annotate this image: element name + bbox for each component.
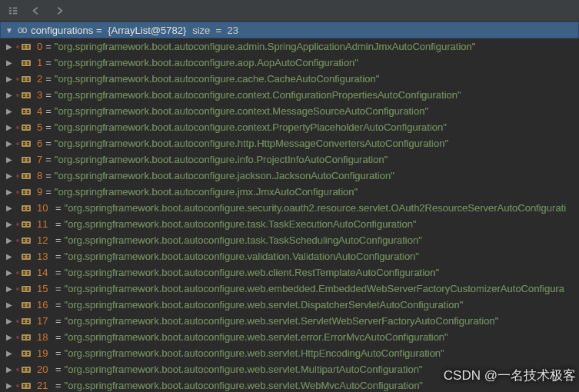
element-index: 11: [37, 218, 52, 230]
svg-rect-20: [27, 80, 29, 81]
svg-rect-106: [22, 367, 31, 373]
expand-arrow-right-icon[interactable]: ▶: [0, 107, 15, 115]
field-icon: [20, 364, 32, 376]
gutter-dot-icon: [16, 239, 19, 242]
list-item[interactable]: ▶14="org.springframework.boot.autoconfig…: [0, 264, 579, 281]
field-icon: [20, 105, 32, 118]
expand-arrow-right-icon[interactable]: ▶: [0, 58, 15, 67]
element-value: "org.springframework.boot.autoconfigure.…: [65, 202, 567, 214]
list-item[interactable]: ▶13="org.springframework.boot.autoconfig…: [0, 248, 579, 264]
expand-arrow-right-icon[interactable]: ▶: [0, 220, 15, 228]
svg-rect-80: [27, 274, 29, 275]
svg-rect-89: [27, 304, 29, 305]
svg-rect-34: [27, 126, 29, 128]
expand-arrow-right-icon[interactable]: ▶: [0, 252, 15, 261]
list-item[interactable]: ▶10="org.springframework.boot.autoconfig…: [0, 200, 579, 216]
element-value: "org.springframework.boot.autoconfigure.…: [65, 218, 417, 230]
variable-size: size = 23: [192, 25, 238, 36]
list-item[interactable]: ▶5="org.springframework.boot.autoconfigu…: [0, 119, 579, 135]
list-item[interactable]: ▶7="org.springframework.boot.autoconfigu…: [0, 151, 579, 168]
svg-rect-11: [22, 60, 31, 66]
list-item[interactable]: ▶16="org.springframework.boot.autoconfig…: [0, 297, 579, 313]
expand-arrow-right-icon[interactable]: ▶: [0, 42, 15, 51]
element-index: 14: [37, 267, 52, 278]
element-index: 10: [37, 202, 52, 214]
gutter-dot-icon: [16, 368, 19, 371]
svg-rect-53: [23, 193, 25, 194]
element-value: "org.springframework.boot.autoconfigure.…: [65, 234, 422, 246]
expand-arrow-right-icon[interactable]: ▶: [0, 139, 15, 148]
expand-arrow-right-icon[interactable]: ▶: [0, 381, 15, 390]
gutter-dot-icon: [16, 384, 19, 387]
list-item[interactable]: ▶4="org.springframework.boot.autoconfigu…: [0, 103, 579, 119]
svg-rect-43: [23, 161, 25, 162]
svg-rect-26: [22, 108, 31, 115]
variable-name: configurations: [31, 25, 93, 36]
expand-arrow-right-icon[interactable]: ▶: [0, 317, 15, 325]
field-icon: [20, 73, 32, 85]
list-item[interactable]: ▶2="org.springframework.boot.autoconfigu…: [0, 71, 579, 87]
watch-icon: oo: [18, 25, 26, 35]
element-index: 13: [37, 251, 52, 262]
expand-arrow-right-icon[interactable]: ▶: [0, 333, 15, 341]
svg-rect-7: [23, 45, 25, 47]
element-value: "org.springframework.boot.autoconfigure.…: [65, 299, 464, 311]
list-item[interactable]: ▶18="org.springframework.boot.autoconfig…: [0, 329, 579, 345]
list-item[interactable]: ▶17="org.springframework.boot.autoconfig…: [0, 313, 579, 329]
forward-arrow-icon[interactable]: [52, 4, 66, 18]
svg-rect-110: [27, 370, 29, 372]
svg-rect-114: [27, 384, 29, 386]
expand-arrow-right-icon[interactable]: ▶: [0, 123, 15, 131]
element-index: 9: [37, 186, 42, 198]
list-item[interactable]: ▶0="org.springframework.boot.autoconfigu…: [0, 38, 579, 55]
expand-arrow-right-icon[interactable]: ▶: [0, 268, 15, 277]
element-value: "org.springframework.boot.autoconfigure.…: [55, 57, 358, 68]
svg-rect-95: [27, 322, 29, 324]
list-item[interactable]: ▶8="org.springframework.boot.autoconfigu…: [0, 168, 579, 184]
svg-rect-64: [27, 223, 29, 224]
field-icon: [20, 234, 32, 247]
expand-arrow-right-icon[interactable]: ▶: [0, 236, 15, 244]
expand-arrow-right-icon[interactable]: ▶: [0, 349, 15, 357]
list-item[interactable]: ▶12="org.springframework.boot.autoconfig…: [0, 232, 579, 248]
expand-arrow-right-icon[interactable]: ▶: [0, 171, 15, 180]
list-item[interactable]: ▶20="org.springframework.boot.autoconfig…: [0, 361, 579, 377]
list-item[interactable]: ▶11="org.springframework.boot.autoconfig…: [0, 216, 579, 232]
list-item[interactable]: ▶1="org.springframework.boot.autoconfigu…: [0, 55, 579, 71]
field-icon: [20, 380, 32, 392]
element-value: "org.springframework.boot.autoconfigure.…: [65, 283, 564, 294]
svg-rect-112: [23, 384, 25, 386]
field-icon: [20, 251, 32, 263]
variable-header-row[interactable]: ▼ oo configurations = {ArrayList@5782} s…: [0, 22, 579, 38]
element-value: "org.springframework.boot.autoconfigure.…: [65, 331, 448, 343]
svg-rect-36: [22, 141, 31, 147]
svg-rect-107: [23, 368, 25, 370]
element-index: 12: [37, 234, 52, 246]
element-value: "org.springframework.boot.autoconfigure.…: [55, 89, 461, 101]
gutter-dot-icon: [16, 336, 19, 339]
back-arrow-icon[interactable]: [29, 4, 43, 18]
list-item[interactable]: ▶3="org.springframework.boot.autoconfigu…: [0, 87, 579, 103]
list-item[interactable]: ▶21="org.springframework.boot.autoconfig…: [0, 377, 579, 392]
expand-arrow-right-icon[interactable]: ▶: [0, 155, 15, 164]
expand-arrow-right-icon[interactable]: ▶: [0, 75, 15, 83]
expand-arrow-right-icon[interactable]: ▶: [0, 188, 15, 196]
svg-rect-16: [22, 76, 31, 82]
svg-rect-75: [27, 257, 29, 259]
expand-arrow-right-icon[interactable]: ▶: [0, 301, 15, 309]
svg-rect-62: [23, 223, 25, 224]
expand-arrow-right-icon[interactable]: ▶: [0, 284, 15, 293]
svg-rect-23: [23, 96, 25, 98]
list-item[interactable]: ▶19="org.springframework.boot.autoconfig…: [0, 345, 579, 361]
expand-arrow-right-icon[interactable]: ▶: [0, 91, 15, 99]
expand-arrow-right-icon[interactable]: ▶: [0, 204, 15, 212]
field-icon: [20, 138, 32, 150]
list-item[interactable]: ▶15="org.springframework.boot.autoconfig…: [0, 281, 579, 297]
list-item[interactable]: ▶9="org.springframework.boot.autoconfigu…: [0, 184, 579, 200]
expand-arrow-down-icon[interactable]: ▼: [4, 26, 15, 35]
expand-arrow-right-icon[interactable]: ▶: [0, 365, 15, 374]
svg-rect-4: [13, 10, 17, 12]
settings-icon[interactable]: [6, 4, 20, 18]
svg-rect-76: [22, 270, 31, 276]
list-item[interactable]: ▶6="org.springframework.boot.autoconfigu…: [0, 135, 579, 151]
